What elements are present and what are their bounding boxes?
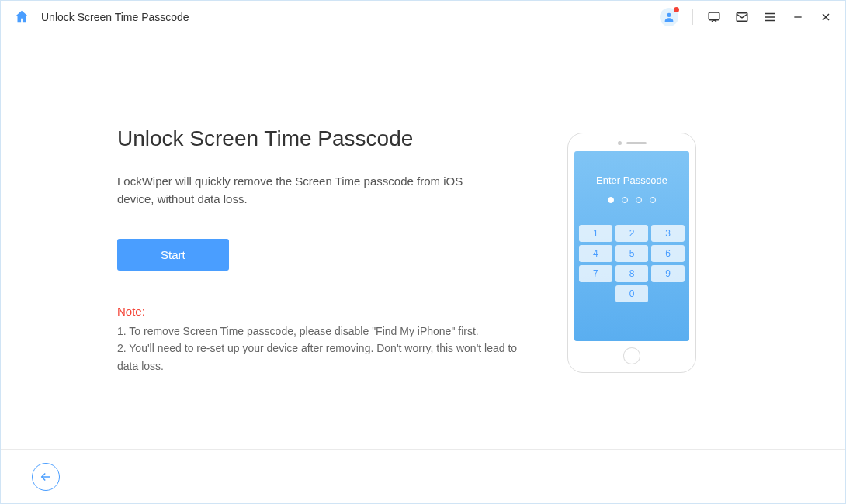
note-section: Note: 1. To remove Screen Time passcode,… bbox=[117, 305, 521, 375]
phone-camera-icon bbox=[618, 141, 622, 145]
footer bbox=[1, 449, 845, 503]
passcode-label: Enter Passcode bbox=[579, 174, 685, 186]
mail-icon[interactable] bbox=[735, 10, 749, 24]
titlebar-actions bbox=[660, 8, 833, 26]
passcode-dot-icon bbox=[622, 197, 628, 203]
keypad-key: 1 bbox=[579, 225, 612, 242]
keypad: 1 2 3 4 5 6 7 8 9 0 bbox=[579, 225, 685, 302]
passcode-dots bbox=[579, 197, 685, 203]
phone-top bbox=[618, 141, 647, 145]
note-line-1: 1. To remove Screen Time passcode, pleas… bbox=[117, 323, 521, 340]
close-icon[interactable] bbox=[819, 10, 833, 24]
keypad-key: 7 bbox=[579, 265, 612, 282]
svg-rect-1 bbox=[709, 12, 719, 20]
passcode-dot-icon bbox=[608, 197, 614, 203]
titlebar: Unlock Screen Time Passcode bbox=[1, 1, 845, 33]
phone-frame: Enter Passcode 1 2 3 4 5 6 7 8 9 bbox=[567, 133, 696, 373]
note-line-2: 2. You'll need to re-set up your device … bbox=[117, 340, 521, 375]
description-text: LockWiper will quickly remove the Screen… bbox=[117, 173, 474, 208]
phone-screen: Enter Passcode 1 2 3 4 5 6 7 8 9 bbox=[574, 151, 689, 341]
keypad-key: 9 bbox=[651, 265, 685, 282]
left-column: Unlock Screen Time Passcode LockWiper wi… bbox=[117, 126, 521, 449]
note-label: Note: bbox=[117, 305, 521, 318]
back-button[interactable] bbox=[32, 463, 60, 491]
feedback-icon[interactable] bbox=[707, 10, 721, 24]
keypad-key: 6 bbox=[651, 245, 685, 262]
minimize-icon[interactable] bbox=[791, 10, 805, 24]
keypad-key: 3 bbox=[651, 225, 685, 242]
main-heading: Unlock Screen Time Passcode bbox=[117, 126, 521, 151]
menu-icon[interactable] bbox=[763, 10, 777, 24]
main-content: Unlock Screen Time Passcode LockWiper wi… bbox=[1, 33, 845, 449]
passcode-dot-icon bbox=[636, 197, 642, 203]
keypad-key: 4 bbox=[579, 245, 612, 262]
passcode-dot-icon bbox=[650, 197, 656, 203]
svg-point-0 bbox=[667, 12, 671, 16]
home-icon[interactable] bbox=[13, 9, 30, 26]
keypad-key: 5 bbox=[615, 245, 649, 262]
keypad-key: 8 bbox=[615, 265, 649, 282]
user-avatar-icon[interactable] bbox=[660, 8, 678, 26]
keypad-key: 2 bbox=[615, 225, 649, 242]
start-button[interactable]: Start bbox=[117, 239, 229, 271]
keypad-key: 0 bbox=[615, 285, 649, 302]
page-title: Unlock Screen Time Passcode bbox=[41, 11, 660, 23]
phone-illustration: Enter Passcode 1 2 3 4 5 6 7 8 9 bbox=[567, 133, 723, 449]
phone-home-button-icon bbox=[623, 347, 640, 364]
phone-speaker-icon bbox=[626, 142, 647, 144]
divider bbox=[692, 9, 693, 25]
